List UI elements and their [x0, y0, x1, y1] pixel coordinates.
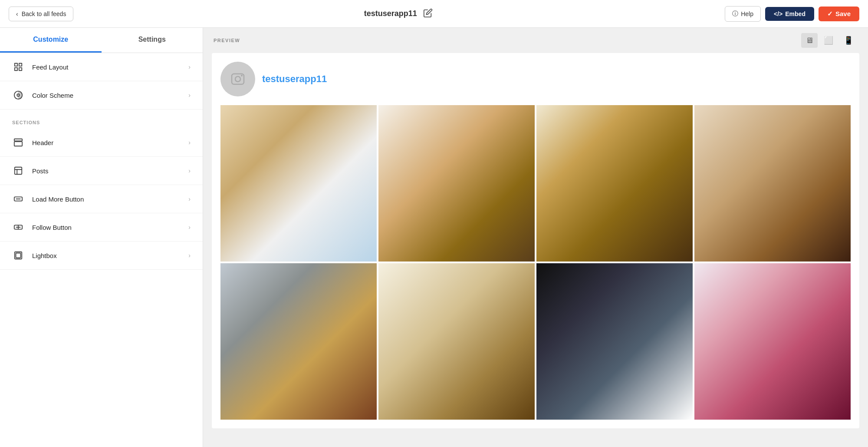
- sidebar-item-lightbox[interactable]: Lightbox ›: [0, 242, 203, 270]
- edit-feed-title-button[interactable]: [421, 7, 434, 21]
- svg-rect-2: [19, 68, 22, 70]
- chevron-right-icon: ›: [188, 139, 191, 146]
- instagram-preview: testuserapp11: [212, 53, 859, 428]
- topbar-left: ‹ Back to all feeds: [9, 7, 73, 21]
- color-scheme-icon: [12, 89, 24, 101]
- embed-button[interactable]: </> Embed: [765, 7, 814, 21]
- follow-icon: [12, 221, 24, 233]
- sidebar-item-color-scheme-left: Color Scheme: [12, 89, 73, 101]
- color-scheme-label: Color Scheme: [32, 92, 73, 99]
- svg-rect-1: [19, 63, 22, 66]
- sidebar-top-section: Feed Layout › Color Scheme ›: [0, 53, 203, 109]
- sections-label: SECTIONS: [0, 109, 203, 129]
- chevron-right-icon: ›: [188, 63, 191, 70]
- photo-cell-2[interactable]: [378, 105, 535, 262]
- feed-layout-label: Feed Layout: [32, 63, 68, 71]
- instagram-camera-icon: [229, 70, 247, 88]
- svg-rect-6: [14, 139, 22, 141]
- chevron-right-icon: ›: [188, 167, 191, 174]
- tab-customize[interactable]: Customize: [0, 28, 102, 53]
- sidebar-item-color-scheme[interactable]: Color Scheme ›: [0, 81, 203, 109]
- lightbox-label: Lightbox: [32, 252, 57, 259]
- layout-icon: [12, 61, 24, 73]
- sidebar: Customize Settings Feed Layout ›: [0, 28, 203, 447]
- back-arrow-icon: ‹: [16, 10, 18, 17]
- chevron-right-icon: ›: [188, 92, 191, 99]
- sidebar-item-header-left: Header: [12, 136, 53, 149]
- sidebar-item-follow-button[interactable]: Follow Button ›: [0, 213, 203, 242]
- svg-point-20: [241, 75, 243, 76]
- svg-rect-7: [14, 142, 22, 146]
- save-button[interactable]: ✓ Save: [819, 7, 859, 21]
- sidebar-item-posts-left: Posts: [12, 165, 49, 177]
- sidebar-tabs: Customize Settings: [0, 28, 203, 53]
- insta-avatar: [220, 62, 255, 96]
- help-label: Help: [741, 10, 753, 17]
- photo-cell-3[interactable]: [536, 105, 693, 262]
- desktop-view-button[interactable]: 🖥: [801, 33, 818, 48]
- lightbox-icon: [12, 249, 24, 262]
- preview-header: PREVIEW 🖥 ⬜ 📱: [203, 28, 868, 53]
- back-label: Back to all feeds: [22, 10, 66, 17]
- insta-profile: testuserapp11: [220, 62, 851, 96]
- tablet-view-button[interactable]: ⬜: [819, 33, 838, 48]
- help-circle-icon: ⓘ: [732, 10, 738, 18]
- sidebar-item-lightbox-left: Lightbox: [12, 249, 57, 262]
- preview-label: PREVIEW: [214, 38, 240, 43]
- sidebar-item-load-more-left: Load More Button: [12, 193, 84, 205]
- photo-cell-7[interactable]: [536, 263, 693, 420]
- svg-rect-0: [15, 63, 17, 66]
- sidebar-item-load-more-button[interactable]: Load More Button ›: [0, 185, 203, 213]
- preview-area: PREVIEW 🖥 ⬜ 📱: [203, 28, 868, 447]
- check-icon: ✓: [827, 10, 833, 18]
- sidebar-item-feed-layout[interactable]: Feed Layout ›: [0, 53, 203, 81]
- photo-cell-8[interactable]: [694, 263, 851, 420]
- insta-username: testuserapp11: [262, 73, 327, 85]
- photo-cell-1[interactable]: [220, 105, 377, 262]
- topbar-center: testuserapp11: [364, 7, 434, 21]
- sidebar-item-header[interactable]: Header ›: [0, 129, 203, 157]
- tablet-icon: ⬜: [824, 36, 833, 45]
- desktop-icon: 🖥: [806, 36, 813, 45]
- code-icon: </>: [774, 10, 783, 17]
- sidebar-item-feed-layout-left: Feed Layout: [12, 61, 68, 73]
- photo-cell-5[interactable]: [220, 263, 377, 420]
- photo-cell-4[interactable]: [694, 105, 851, 262]
- main-layout: Customize Settings Feed Layout ›: [0, 28, 868, 447]
- sidebar-item-follow-left: Follow Button: [12, 221, 72, 233]
- topbar-right: ⓘ Help </> Embed ✓ Save: [725, 6, 859, 22]
- chevron-right-icon: ›: [188, 224, 191, 231]
- svg-rect-17: [16, 253, 21, 258]
- sidebar-sections: Header › Posts ›: [0, 129, 203, 270]
- svg-point-19: [235, 76, 240, 82]
- header-label: Header: [32, 139, 53, 146]
- posts-label: Posts: [32, 167, 49, 175]
- svg-rect-8: [15, 167, 22, 175]
- follow-button-label: Follow Button: [32, 224, 72, 231]
- embed-label: Embed: [785, 10, 806, 17]
- photo-grid: [220, 105, 851, 420]
- chevron-right-icon: ›: [188, 195, 191, 202]
- feed-title: testuserapp11: [364, 9, 417, 18]
- chevron-right-icon: ›: [188, 252, 191, 259]
- pencil-icon: [423, 8, 433, 18]
- header-icon: [12, 136, 24, 149]
- load-more-label: Load More Button: [32, 195, 84, 203]
- mobile-icon: 📱: [844, 36, 853, 45]
- tab-settings[interactable]: Settings: [102, 28, 203, 53]
- back-to-feeds-button[interactable]: ‹ Back to all feeds: [9, 7, 73, 21]
- device-buttons: 🖥 ⬜ 📱: [801, 33, 858, 48]
- svg-rect-3: [15, 68, 17, 70]
- load-more-icon: [12, 193, 24, 205]
- posts-icon: [12, 165, 24, 177]
- sidebar-item-posts[interactable]: Posts ›: [0, 157, 203, 185]
- mobile-view-button[interactable]: 📱: [839, 33, 858, 48]
- save-label: Save: [835, 10, 851, 17]
- photo-cell-6[interactable]: [378, 263, 535, 420]
- topbar: ‹ Back to all feeds testuserapp11 ⓘ Help…: [0, 0, 868, 28]
- help-button[interactable]: ⓘ Help: [725, 6, 761, 22]
